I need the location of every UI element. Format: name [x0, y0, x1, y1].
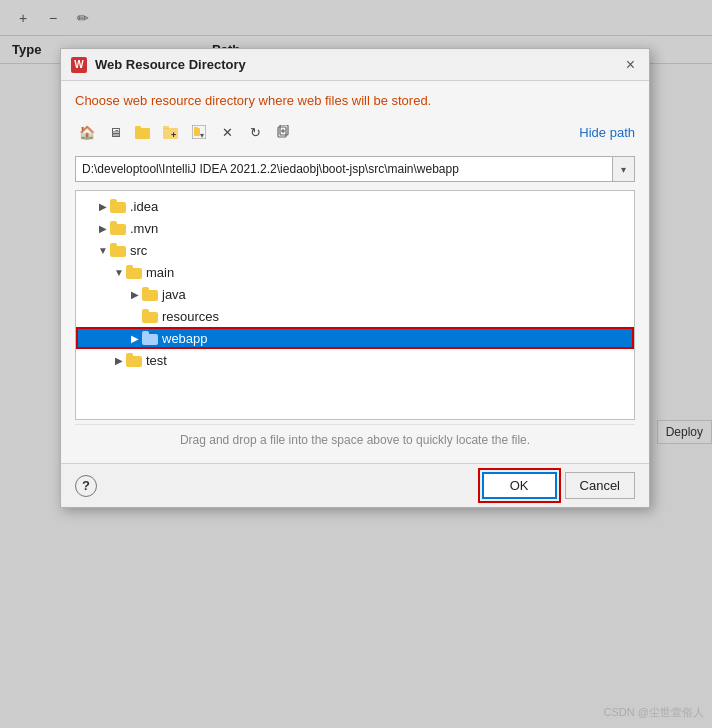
folder-icon: [110, 221, 126, 235]
file-tree[interactable]: ▶ .idea ▶ .mvn ▼ src ▼: [75, 190, 635, 420]
dialog-titlebar: W Web Resource Directory ×: [61, 49, 649, 81]
tree-item-webapp[interactable]: ▶ webapp: [76, 327, 634, 349]
dialog-footer: ? OK Cancel: [61, 463, 649, 507]
collapse-icon: ▾: [192, 125, 206, 139]
delete-button[interactable]: ✕: [215, 120, 239, 144]
ok-button[interactable]: OK: [482, 472, 557, 499]
cancel-button[interactable]: Cancel: [565, 472, 635, 499]
folder-icon: [126, 265, 142, 279]
tree-label: java: [162, 287, 186, 302]
folder-icon: [126, 353, 142, 367]
tree-label: test: [146, 353, 167, 368]
path-dropdown-button[interactable]: ▾: [613, 156, 635, 182]
tree-arrow: ▼: [96, 245, 110, 256]
folder-icon: [142, 309, 158, 323]
tree-item-src[interactable]: ▼ src: [76, 239, 634, 261]
desktop-button[interactable]: 🖥: [103, 120, 127, 144]
folder-icon: [110, 199, 126, 213]
tree-item-java[interactable]: ▶ java: [76, 283, 634, 305]
copy-path-icon: [276, 125, 290, 139]
folder-icon: [142, 287, 158, 301]
tree-arrow: ▶: [128, 333, 142, 344]
copy-path-button[interactable]: [271, 120, 295, 144]
tree-arrow: ▶: [96, 201, 110, 212]
drag-hint: Drag and drop a file into the space abov…: [75, 424, 635, 451]
folder-icon: [142, 331, 158, 345]
footer-buttons: OK Cancel: [482, 472, 635, 499]
svg-rect-0: [135, 128, 150, 139]
web-resource-dialog: W Web Resource Directory × Choose web re…: [60, 48, 650, 508]
dialog-body: Choose web resource directory where web …: [61, 81, 649, 463]
folder-icon: [110, 243, 126, 257]
watermark: CSDN @尘世壹俗人: [604, 705, 704, 720]
tree-arrow: ▶: [112, 355, 126, 366]
tree-item-resources[interactable]: resources: [76, 305, 634, 327]
tree-label: src: [130, 243, 147, 258]
tree-item-main[interactable]: ▼ main: [76, 261, 634, 283]
tree-arrow: ▶: [128, 289, 142, 300]
dialog-description: Choose web resource directory where web …: [75, 93, 635, 108]
help-button[interactable]: ?: [75, 475, 97, 497]
tree-label: resources: [162, 309, 219, 324]
home-button[interactable]: 🏠: [75, 120, 99, 144]
svg-rect-7: [194, 127, 198, 129]
svg-rect-3: [163, 126, 169, 129]
hide-path-button[interactable]: Hide path: [579, 125, 635, 140]
refresh-button[interactable]: ↻: [243, 120, 267, 144]
tree-label: main: [146, 265, 174, 280]
tree-label: webapp: [162, 331, 208, 346]
dialog-title: Web Resource Directory: [95, 57, 614, 72]
tree-arrow: ▼: [112, 267, 126, 278]
dialog-icon: W: [71, 57, 87, 73]
tree-label: .idea: [130, 199, 158, 214]
svg-rect-1: [135, 126, 141, 129]
svg-text:▾: ▾: [200, 131, 204, 139]
tree-item-mvn[interactable]: ▶ .mvn: [76, 217, 634, 239]
new-folder2-button[interactable]: +: [159, 120, 183, 144]
tree-item-test[interactable]: ▶ test: [76, 349, 634, 371]
tree-arrow: ▶: [96, 223, 110, 234]
new-folder-button[interactable]: [131, 120, 155, 144]
svg-text:+: +: [171, 130, 176, 139]
close-button[interactable]: ×: [622, 57, 639, 73]
file-toolbar: 🏠 🖥 + ▾: [75, 120, 635, 150]
tree-item-idea[interactable]: ▶ .idea: [76, 195, 634, 217]
tree-label: .mvn: [130, 221, 158, 236]
path-input[interactable]: [75, 156, 613, 182]
path-input-row: ▾: [75, 156, 635, 182]
new-folder-icon: [135, 125, 151, 139]
new-folder2-icon: +: [163, 125, 179, 139]
collapse-button[interactable]: ▾: [187, 120, 211, 144]
